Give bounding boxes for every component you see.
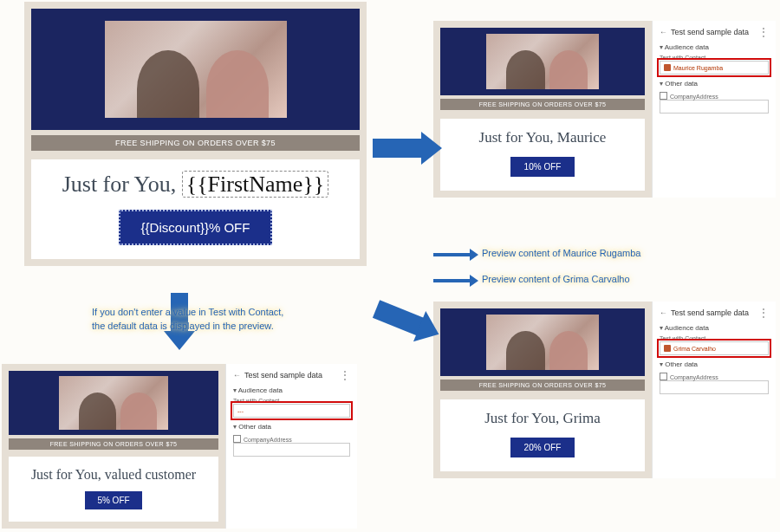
email-preview-template: FREE SHIPPING ON ORDERS OVER $75 Just fo… (24, 2, 367, 266)
shipping-banner: FREE SHIPPING ON ORDERS OVER $75 (440, 99, 645, 110)
email-preview: FREE SHIPPING ON ORDERS OVER $75 Just fo… (2, 364, 225, 529)
label-company-address: CompanyAddress (233, 434, 350, 443)
company-address-input[interactable] (660, 380, 769, 394)
back-icon[interactable]: ← (660, 308, 667, 317)
label-test-contact: Test with Contact (660, 335, 769, 341)
hero-banner (440, 308, 645, 376)
section-other[interactable]: Other data (233, 423, 350, 431)
section-audience[interactable]: Audience data (660, 324, 769, 332)
test-send-panel: ← Test send sample data ⋮ Audience data … (225, 364, 357, 529)
section-other[interactable]: Other data (660, 360, 769, 368)
field-icon (660, 373, 667, 380)
discount-button[interactable]: 20% OFF (510, 438, 575, 457)
caption-arrow-icon (433, 279, 470, 282)
hero-photo (59, 376, 168, 430)
test-contact-input[interactable]: Grima Carvalho (660, 341, 769, 355)
company-address-text: CompanyAddress (670, 374, 718, 380)
test-send-panel: ← Test send sample data ⋮ Audience data … (652, 21, 776, 198)
label-company-address: CompanyAddress (660, 91, 769, 100)
test-send-panel: ← Test send sample data ⋮ Audience data … (652, 302, 776, 478)
arrow-right-icon (373, 139, 423, 158)
test-contact-value: --- (237, 408, 244, 414)
section-audience[interactable]: Audience data (233, 386, 350, 394)
headline-static: Just for You, (62, 172, 182, 197)
section-other[interactable]: Other data (660, 80, 769, 88)
more-icon[interactable]: ⋮ (758, 307, 769, 319)
company-address-text: CompanyAddress (244, 437, 292, 443)
email-preview: FREE SHIPPING ON ORDERS OVER $75 Just fo… (433, 302, 652, 478)
test-contact-value: Grima Carvalho (673, 346, 716, 352)
contact-chip-icon (664, 64, 671, 71)
company-address-text: CompanyAddress (670, 94, 718, 100)
hero-photo (486, 315, 599, 370)
company-address-input[interactable] (660, 100, 769, 114)
discount-button[interactable]: 10% OFF (510, 157, 575, 177)
label-company-address: CompanyAddress (660, 372, 769, 380)
test-contact-input[interactable]: --- (233, 404, 350, 418)
back-icon[interactable]: ← (233, 371, 241, 380)
shipping-banner: FREE SHIPPING ON ORDERS OVER $75 (31, 135, 360, 151)
caption-arrow-icon (433, 253, 470, 256)
more-icon[interactable]: ⋮ (340, 369, 350, 381)
hero-banner (31, 9, 360, 130)
hero-photo (486, 34, 599, 89)
firstname-token[interactable]: {{FirstName}} (182, 171, 329, 198)
discount-button[interactable]: {{Discount}}% OFF (119, 210, 273, 245)
caption-no-contact-1: If you don't enter a value in Test with … (92, 307, 283, 317)
caption-no-contact-2: the default data is displayed in the pre… (92, 321, 274, 331)
email-preview: FREE SHIPPING ON ORDERS OVER $75 Just fo… (433, 21, 652, 198)
caption-maurice: Preview content of Maurice Rugamba (482, 248, 640, 258)
panel-header: ← Test send sample data ⋮ (660, 26, 769, 38)
shipping-banner: FREE SHIPPING ON ORDERS OVER $75 (440, 380, 645, 391)
panel-header: ← Test send sample data ⋮ (233, 369, 350, 381)
section-audience[interactable]: Audience data (660, 43, 769, 51)
headline: Just for You, Grima (444, 410, 641, 427)
panel-title: Test send sample data (671, 28, 749, 36)
discount-button[interactable]: 5% OFF (85, 491, 141, 509)
preview-no-contact: FREE SHIPPING ON ORDERS OVER $75 Just fo… (2, 364, 357, 529)
hero-banner (9, 371, 218, 435)
email-body: Just for You, valued customer 5% OFF (9, 457, 218, 522)
panel-header: ← Test send sample data ⋮ (660, 307, 769, 319)
more-icon[interactable]: ⋮ (758, 26, 769, 38)
panel-title: Test send sample data (671, 308, 749, 317)
test-contact-value: Maurice Rugamba (673, 65, 723, 71)
shipping-banner: FREE SHIPPING ON ORDERS OVER $75 (9, 438, 218, 450)
preview-grima: FREE SHIPPING ON ORDERS OVER $75 Just fo… (433, 302, 776, 478)
panel-title: Test send sample data (244, 371, 322, 380)
hero-photo (105, 21, 287, 118)
hero-banner (440, 28, 645, 95)
preview-maurice: FREE SHIPPING ON ORDERS OVER $75 Just fo… (433, 21, 776, 198)
back-icon[interactable]: ← (660, 28, 667, 36)
arrow-diagonal-icon (373, 300, 425, 335)
company-address-input[interactable] (233, 443, 350, 457)
field-icon (233, 435, 241, 443)
contact-chip-icon (664, 345, 671, 352)
label-test-contact: Test with Contact (660, 55, 769, 61)
caption-grima: Preview content of Grima Carvalho (482, 274, 630, 284)
email-body: Just for You, {{FirstName}} {{Discount}}… (31, 159, 360, 259)
headline: Just for You, {{FirstName}} (36, 172, 354, 198)
email-body: Just for You, Maurice 10% OFF (440, 119, 645, 191)
label-test-contact: Test with Contact (233, 398, 350, 404)
email-body: Just for You, Grima 20% OFF (440, 399, 645, 471)
headline: Just for You, valued customer (12, 467, 215, 483)
headline: Just for You, Maurice (444, 129, 641, 146)
test-contact-input[interactable]: Maurice Rugamba (660, 61, 769, 75)
field-icon (660, 92, 667, 100)
